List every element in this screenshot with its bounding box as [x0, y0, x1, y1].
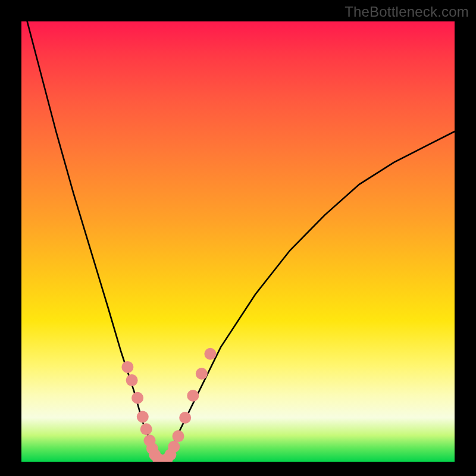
sample-point: [137, 411, 149, 423]
sample-point: [121, 361, 133, 373]
sample-point: [126, 374, 138, 386]
sample-point: [196, 368, 208, 380]
chart-frame: TheBottleneck.com: [0, 0, 476, 476]
sample-point-markers: [121, 348, 216, 462]
sample-point: [131, 392, 143, 404]
sample-point: [204, 348, 216, 360]
sample-point: [179, 412, 191, 424]
watermark-text: TheBottleneck.com: [345, 4, 469, 20]
sample-point: [140, 423, 152, 435]
bottleneck-curve: [21, 21, 455, 462]
sample-point: [168, 441, 180, 453]
plot-area: [21, 21, 455, 462]
sample-point: [173, 430, 184, 442]
sample-point: [187, 390, 199, 402]
chart-svg: [21, 21, 455, 462]
